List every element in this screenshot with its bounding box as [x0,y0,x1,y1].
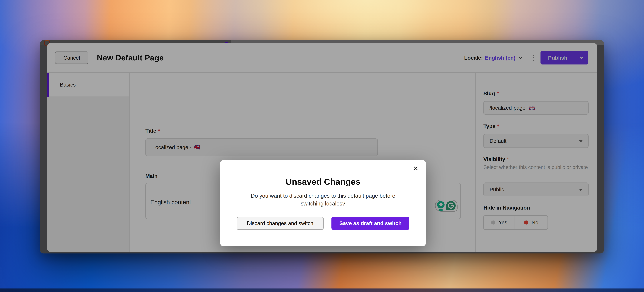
unsaved-changes-dialog: ✕ Unsaved Changes Do you want to discard… [220,160,426,246]
modal-actions: Discard changes and switch Save as draft… [220,217,426,230]
desktop-bottom-strip [0,288,644,292]
desktop: Cancel New Default Page Locale: English … [0,0,644,292]
modal-message: Do you want to discard changes to this d… [241,192,405,208]
save-draft-button[interactable]: Save as draft and switch [332,217,410,230]
discard-button[interactable]: Discard changes and switch [236,217,324,230]
modal-title: Unsaved Changes [220,177,426,187]
close-icon[interactable]: ✕ [413,165,418,172]
